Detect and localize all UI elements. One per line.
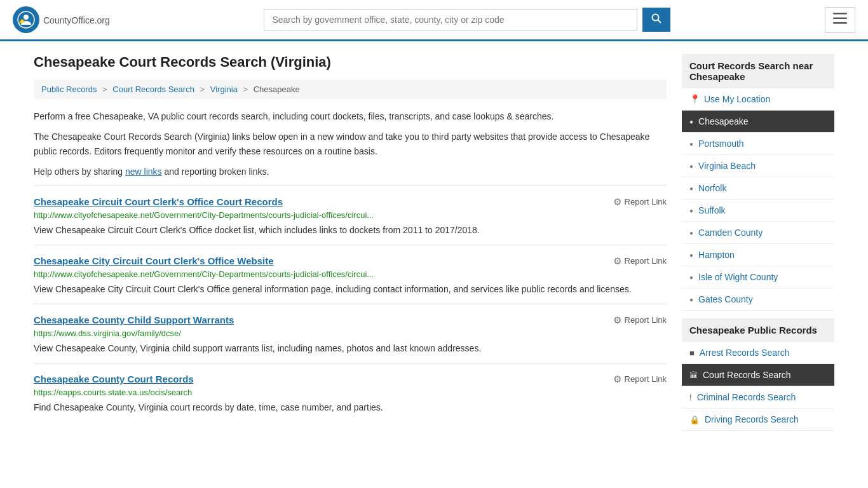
report-link-3[interactable]: ⚙ Report Link [613, 374, 667, 385]
sidebar-record-item-0[interactable]: ■ Arrest Records Search [682, 342, 834, 364]
result-title-0[interactable]: Chesapeake Circuit Court Clerk's Office … [34, 196, 283, 207]
result-url-1[interactable]: http://www.cityofchesapeake.net/Governme… [34, 269, 667, 279]
sidebar-nearby-item-1[interactable]: ● Portsmouth [682, 133, 834, 155]
result-item: Chesapeake County Court Records ⚙ Report… [34, 363, 667, 422]
sidebar-nearby-item-3[interactable]: ● Norfolk [682, 177, 834, 200]
svg-point-1 [24, 15, 29, 20]
svg-rect-7 [833, 22, 847, 24]
search-input[interactable] [264, 9, 637, 30]
sidebar-nearby-header: Court Records Search near Chesapeake [682, 54, 834, 88]
nav-dot-0: ● [689, 118, 693, 125]
description-para1: Perform a free Chesapeake, VA public cou… [34, 109, 667, 123]
nav-label-0: Chesapeake [698, 116, 749, 126]
nearby-items-list: ● Chesapeake● Portsmouth● Virginia Beach… [682, 111, 834, 311]
report-link-1[interactable]: ⚙ Report Link [613, 255, 667, 267]
result-url-2[interactable]: https://www.dss.virginia.gov/family/dcse… [34, 329, 667, 338]
report-link-2[interactable]: ⚙ Report Link [613, 315, 667, 326]
result-item: Chesapeake County Child Support Warrants… [34, 304, 667, 363]
svg-line-4 [658, 20, 661, 24]
description-para3: Help others by sharing new links and rep… [34, 165, 667, 179]
report-link-0[interactable]: ⚙ Report Link [613, 196, 667, 208]
nav-dot-1: ● [689, 140, 693, 147]
desc-para3-suffix: and reporting broken links. [162, 166, 269, 177]
rec-label-0: Arrest Records Search [700, 348, 790, 358]
nav-label-3: Norfolk [698, 183, 726, 193]
sidebar-record-item-3[interactable]: 🔒 Driving Records Search [682, 409, 834, 431]
breadcrumb-sep-1: > [102, 85, 107, 94]
result-item: Chesapeake Circuit Court Clerk's Office … [34, 186, 667, 245]
rec-icon-3: 🔒 [689, 415, 700, 424]
nav-dot-6: ● [689, 252, 693, 259]
public-records-list: ■ Arrest Records Search🏛 Court Records S… [682, 342, 834, 431]
content-wrapper: Chesapeake Court Records Search (Virgini… [21, 41, 847, 444]
report-icon-3: ⚙ [613, 374, 621, 385]
sidebar-record-item-1[interactable]: 🏛 Court Records Search [682, 364, 834, 386]
result-url-3[interactable]: https://eapps.courts.state.va.us/ocis/se… [34, 388, 667, 397]
breadcrumb-public-records[interactable]: Public Records [41, 85, 97, 94]
result-desc-1: View Chesapeake City Circuit Court Clerk… [34, 283, 667, 296]
svg-rect-5 [833, 13, 847, 15]
report-icon-2: ⚙ [613, 315, 621, 326]
nav-label-4: Suffolk [698, 205, 726, 215]
page-title: Chesapeake Court Records Search (Virgini… [34, 54, 667, 71]
description-para2: The Chesapeake Court Records Search (Vir… [34, 130, 667, 158]
hamburger-menu-button[interactable] [825, 7, 855, 33]
nav-dot-8: ● [689, 296, 693, 303]
sidebar-nearby-item-6[interactable]: ● Hampton [682, 244, 834, 266]
location-pin-icon: 📍 [689, 94, 700, 104]
sidebar-nearby-item-4[interactable]: ● Suffolk [682, 200, 834, 222]
breadcrumb-court-records[interactable]: Court Records Search [112, 85, 194, 94]
breadcrumb-virginia[interactable]: Virginia [210, 85, 238, 94]
result-url-0[interactable]: http://www.cityofchesapeake.net/Governme… [34, 210, 667, 220]
desc-para3-prefix: Help others by sharing [34, 166, 125, 177]
result-header: Chesapeake Circuit Court Clerk's Office … [34, 196, 667, 208]
nav-label-1: Portsmouth [698, 139, 744, 149]
logo-text: CountyOffice.org [43, 13, 110, 27]
rec-icon-0: ■ [689, 348, 695, 358]
sidebar-nearby-item-7[interactable]: ● Isle of Wight County [682, 266, 834, 288]
nav-label-8: Gates County [698, 294, 753, 304]
result-desc-3: Find Chesapeake County, Virginia court r… [34, 401, 667, 414]
nav-dot-7: ● [689, 274, 693, 281]
result-title-1[interactable]: Chesapeake City Circuit Court Clerk's Of… [34, 255, 274, 266]
result-desc-2: View Chesapeake County, Virginia child s… [34, 342, 667, 355]
result-header: Chesapeake County Court Records ⚙ Report… [34, 374, 667, 385]
nav-dot-3: ● [689, 185, 693, 192]
sidebar-nearby-item-0[interactable]: ● Chesapeake [682, 111, 834, 133]
breadcrumb: Public Records > Court Records Search > … [34, 79, 667, 99]
sidebar-nearby-item-8[interactable]: ● Gates County [682, 288, 834, 311]
result-item: Chesapeake City Circuit Court Clerk's Of… [34, 245, 667, 304]
use-my-location-button[interactable]: 📍 Use My Location [682, 88, 834, 111]
breadcrumb-sep-2: > [200, 85, 205, 94]
result-desc-0: View Chesapeake Circuit Court Clerk's Of… [34, 224, 667, 237]
nav-label-2: Virginia Beach [698, 161, 756, 171]
new-links-link[interactable]: new links [125, 166, 162, 177]
search-button[interactable] [642, 8, 670, 32]
sidebar-record-item-2[interactable]: ! Criminal Records Search [682, 386, 834, 409]
report-icon-0: ⚙ [613, 196, 621, 208]
nav-label-5: Camden County [698, 227, 763, 238]
logo-area: CountyOffice.org [13, 6, 110, 33]
main-content: Chesapeake Court Records Search (Virgini… [34, 54, 667, 431]
rec-label-3: Driving Records Search [705, 414, 799, 424]
logo-icon [13, 6, 39, 33]
report-icon-1: ⚙ [613, 255, 621, 267]
nav-dot-5: ● [689, 229, 693, 236]
sidebar-nearby-item-5[interactable]: ● Camden County [682, 222, 834, 244]
svg-rect-6 [833, 17, 847, 19]
rec-label-2: Criminal Records Search [697, 392, 796, 402]
use-location-label: Use My Location [704, 94, 770, 104]
rec-icon-1: 🏛 [689, 370, 698, 380]
nav-label-6: Hampton [698, 250, 735, 260]
result-header: Chesapeake County Child Support Warrants… [34, 315, 667, 326]
svg-point-3 [653, 15, 659, 21]
breadcrumb-sep-3: > [243, 85, 248, 94]
header: CountyOffice.org [0, 0, 868, 41]
result-title-2[interactable]: Chesapeake County Child Support Warrants [34, 315, 234, 325]
sidebar: Court Records Search near Chesapeake 📍 U… [682, 54, 834, 431]
rec-icon-2: ! [689, 393, 692, 402]
results-list: Chesapeake Circuit Court Clerk's Office … [34, 186, 667, 422]
breadcrumb-chesapeake: Chesapeake [254, 85, 300, 94]
sidebar-nearby-item-2[interactable]: ● Virginia Beach [682, 155, 834, 177]
result-title-3[interactable]: Chesapeake County Court Records [34, 374, 194, 384]
